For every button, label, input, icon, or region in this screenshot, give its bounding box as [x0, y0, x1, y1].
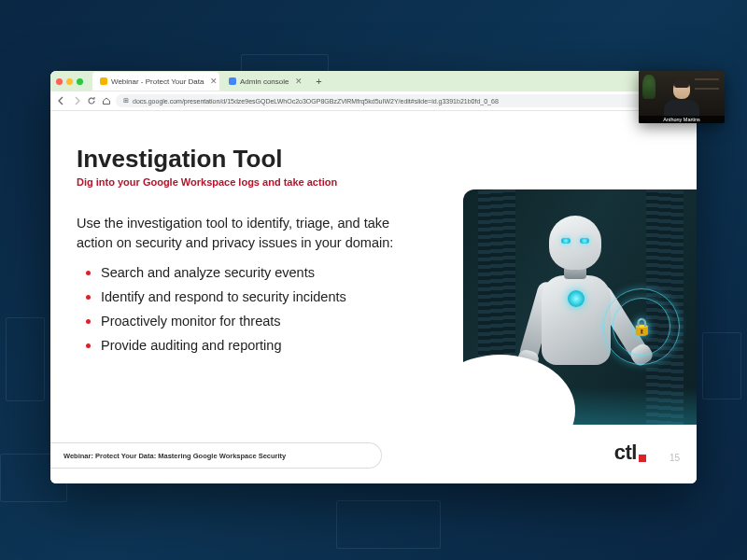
webcam-overlay[interactable]: Anthony Martins: [639, 71, 725, 123]
server-rack-icon: [478, 189, 515, 425]
slide-footer: Webinar: Protect Your Data: Mastering Go…: [50, 442, 382, 469]
tab-background[interactable]: Admin console ✕: [221, 72, 310, 91]
tab-label: Webinar - Protect Your Data: [111, 77, 204, 86]
bullet-item: Provide auditing and reporting: [101, 335, 422, 356]
tab-active[interactable]: Webinar - Protect Your Data ✕: [92, 72, 219, 91]
back-icon[interactable]: [56, 96, 66, 106]
bullet-list: Search and analyze security events Ident…: [77, 262, 422, 356]
address-bar-row: ⊞ docs.google.com/presentation/d/15dze9e…: [50, 91, 697, 111]
slide-image: 🔒: [463, 189, 697, 425]
bullet-item: Identify and respond to security inciden…: [101, 287, 422, 307]
reload-icon[interactable]: [86, 96, 96, 106]
close-tab-icon[interactable]: ✕: [295, 77, 303, 86]
browser-window: Webinar - Protect Your Data ✕ Admin cons…: [50, 71, 697, 483]
slide-content: Investigation Tool Dig into your Google …: [50, 111, 697, 483]
ctl-logo: ctl: [614, 441, 646, 465]
slide-subtitle: Dig into your Google Workspace logs and …: [77, 176, 337, 188]
presenter-figure: [663, 80, 700, 119]
plant-decor: [642, 75, 655, 99]
hologram-lock-icon: 🔒: [601, 287, 682, 367]
slide-body: Use the investigation tool to identify, …: [77, 214, 422, 359]
maximize-window-icon[interactable]: [77, 78, 83, 85]
bg-decor: [336, 500, 441, 549]
forward-icon[interactable]: [71, 96, 81, 106]
site-info-icon[interactable]: ⊞: [123, 97, 129, 105]
presenter-name: Anthony Martins: [639, 116, 725, 123]
address-bar[interactable]: ⊞ docs.google.com/presentation/d/15dze9e…: [116, 94, 691, 107]
home-icon[interactable]: [101, 96, 111, 106]
page-number: 15: [669, 453, 680, 463]
favicon-icon: [229, 77, 236, 85]
new-tab-button[interactable]: +: [312, 75, 325, 88]
close-tab-icon[interactable]: ✕: [210, 77, 218, 86]
slide-intro: Use the investigation tool to identify, …: [77, 214, 422, 253]
window-controls[interactable]: [56, 78, 83, 85]
close-window-icon[interactable]: [56, 78, 63, 85]
slide-title: Investigation Tool: [77, 145, 283, 174]
url-text: docs.google.com/presentation/d/15dze9esG…: [133, 98, 499, 105]
minimize-window-icon[interactable]: [66, 78, 73, 85]
bullet-item: Search and analyze security events: [101, 262, 422, 283]
tab-bar: Webinar - Protect Your Data ✕ Admin cons…: [50, 71, 697, 91]
bullet-item: Proactively monitor for threats: [101, 311, 422, 331]
tab-label: Admin console: [240, 77, 289, 86]
bg-decor: [6, 317, 45, 401]
favicon-icon: [100, 77, 107, 85]
bg-decor: [702, 332, 741, 399]
